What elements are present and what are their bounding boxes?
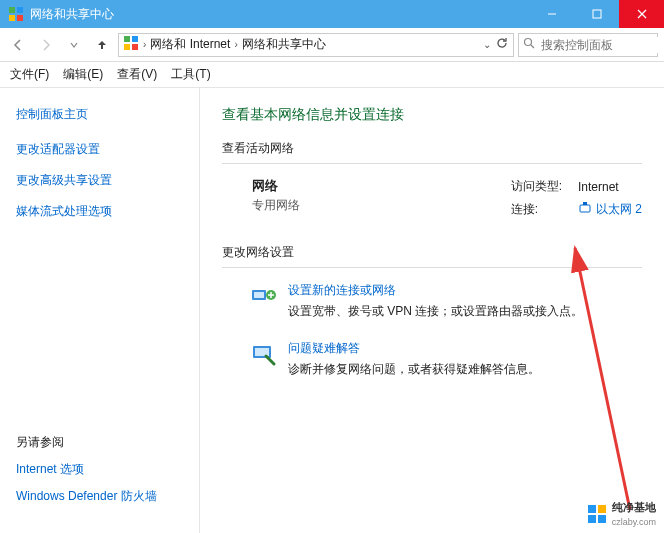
seealso-defender[interactable]: Windows Defender 防火墙: [16, 488, 183, 505]
menu-bar: 文件(F) 编辑(E) 查看(V) 工具(T): [0, 62, 664, 88]
change-settings-title: 更改网络设置: [222, 244, 642, 261]
sidebar-link-advanced[interactable]: 更改高级共享设置: [16, 172, 183, 189]
menu-tools[interactable]: 工具(T): [171, 66, 210, 83]
chevron-right-icon: ›: [143, 39, 146, 50]
forward-button[interactable]: [34, 33, 58, 57]
troubleshoot-desc: 诊断并修复网络问题，或者获得疑难解答信息。: [288, 361, 540, 378]
svg-line-13: [531, 45, 534, 48]
svg-rect-9: [132, 36, 138, 42]
sidebar-link-adapter[interactable]: 更改适配器设置: [16, 141, 183, 158]
svg-rect-15: [583, 202, 587, 205]
search-input[interactable]: [539, 37, 664, 53]
access-type-label: 访问类型:: [511, 178, 562, 195]
new-connection-icon: [250, 282, 278, 310]
troubleshoot-link[interactable]: 问题疑难解答: [288, 340, 540, 357]
svg-rect-17: [254, 292, 264, 298]
connection-label: 连接:: [511, 201, 562, 218]
address-dropdown-icon[interactable]: ⌄: [483, 39, 491, 50]
page-heading: 查看基本网络信息并设置连接: [222, 106, 642, 124]
seealso-internet-options[interactable]: Internet 选项: [16, 461, 183, 478]
app-icon: [8, 6, 24, 22]
svg-rect-0: [9, 7, 15, 13]
svg-rect-5: [593, 10, 601, 18]
breadcrumb-root[interactable]: 网络和 Internet: [150, 36, 230, 53]
new-connection-link[interactable]: 设置新的连接或网络: [288, 282, 583, 299]
window-title: 网络和共享中心: [30, 6, 529, 23]
sidebar: 控制面板主页 更改适配器设置 更改高级共享设置 媒体流式处理选项 另请参阅 In…: [0, 88, 200, 533]
minimize-button[interactable]: [529, 0, 574, 28]
refresh-icon[interactable]: [495, 36, 509, 53]
close-button[interactable]: [619, 0, 664, 28]
task-troubleshoot: 问题疑难解答 诊断并修复网络问题，或者获得疑难解答信息。: [222, 340, 642, 378]
recent-dropdown[interactable]: [62, 33, 86, 57]
connection-link[interactable]: 以太网 2: [578, 201, 642, 218]
svg-rect-2: [9, 15, 15, 21]
troubleshoot-icon: [250, 340, 278, 368]
see-also-heading: 另请参阅: [16, 434, 183, 451]
menu-file[interactable]: 文件(F): [10, 66, 49, 83]
window-titlebar: 网络和共享中心: [0, 0, 664, 28]
up-button[interactable]: [90, 33, 114, 57]
access-type-value: Internet: [578, 180, 642, 194]
back-button[interactable]: [6, 33, 30, 57]
chevron-right-icon: ›: [234, 39, 237, 50]
ethernet-icon: [578, 201, 592, 218]
new-connection-desc: 设置宽带、拨号或 VPN 连接；或设置路由器或接入点。: [288, 303, 583, 320]
network-name: 网络: [252, 178, 511, 195]
menu-view[interactable]: 查看(V): [117, 66, 157, 83]
maximize-button[interactable]: [574, 0, 619, 28]
svg-rect-8: [124, 36, 130, 42]
connection-value: 以太网 2: [596, 201, 642, 218]
control-panel-home-link[interactable]: 控制面板主页: [16, 106, 183, 123]
task-new-connection: 设置新的连接或网络 设置宽带、拨号或 VPN 连接；或设置路由器或接入点。: [222, 282, 642, 320]
breadcrumb-current[interactable]: 网络和共享中心: [242, 36, 326, 53]
svg-rect-14: [580, 205, 590, 212]
active-network-row: 网络 专用网络 访问类型: Internet 连接: 以太网 2: [222, 178, 642, 218]
search-box[interactable]: [518, 33, 658, 57]
sidebar-link-streaming[interactable]: 媒体流式处理选项: [16, 203, 183, 220]
menu-edit[interactable]: 编辑(E): [63, 66, 103, 83]
svg-rect-10: [124, 44, 130, 50]
search-icon: [523, 37, 535, 52]
svg-rect-3: [17, 15, 23, 21]
control-panel-icon: [123, 35, 139, 54]
active-networks-title: 查看活动网络: [222, 140, 642, 157]
address-bar[interactable]: › 网络和 Internet › 网络和共享中心 ⌄: [118, 33, 514, 57]
svg-point-12: [525, 39, 532, 46]
navigation-bar: › 网络和 Internet › 网络和共享中心 ⌄: [0, 28, 664, 62]
main-content: 查看基本网络信息并设置连接 查看活动网络 网络 专用网络 访问类型: Inter…: [200, 88, 664, 533]
network-type: 专用网络: [252, 197, 511, 214]
svg-rect-11: [132, 44, 138, 50]
svg-rect-1: [17, 7, 23, 13]
